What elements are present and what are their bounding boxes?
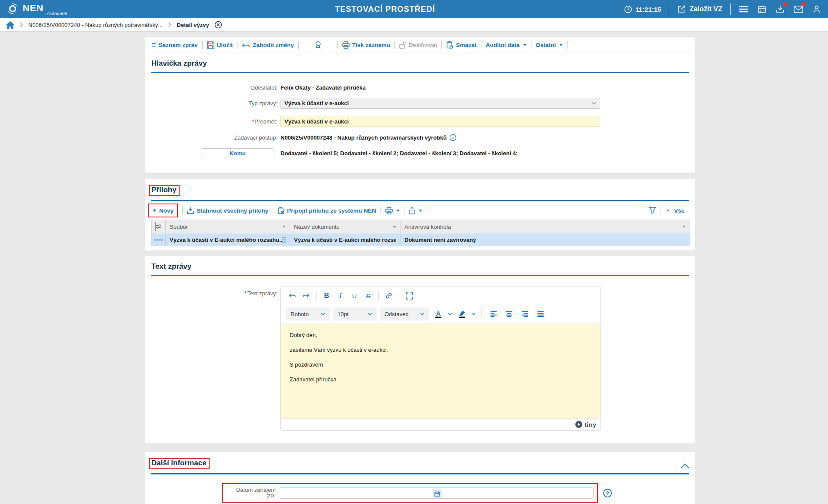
editor-paragraph: S pozdravem <box>290 361 592 368</box>
chevron-down-icon[interactable] <box>471 313 476 315</box>
create-vz-button[interactable]: Založit VZ <box>677 5 722 13</box>
download-tray-icon <box>776 5 785 13</box>
divider <box>404 207 404 214</box>
divider <box>381 207 381 214</box>
print-record-button[interactable]: Tisk záznamu <box>342 41 391 49</box>
delete-button[interactable]: Smazat <box>446 41 476 49</box>
rich-text-editor[interactable]: B I U S Roboto <box>280 287 601 431</box>
align-left-icon[interactable] <box>487 308 500 320</box>
topbar: NEN Zadavatel TESTOVACÍ PROSTŘEDÍ 11:21:… <box>0 0 828 18</box>
align-right-icon[interactable] <box>519 308 531 320</box>
tiny-logo-icon <box>575 421 582 428</box>
recipients-value: Dodavatel - školení 5; Dodavatel - škole… <box>280 150 518 157</box>
filter-chevron-icon[interactable] <box>682 226 686 228</box>
tiny-brand-label[interactable]: tiny <box>584 421 596 428</box>
divider <box>481 310 482 318</box>
filter-icon[interactable] <box>649 207 656 214</box>
print-attachments-button[interactable] <box>385 207 400 214</box>
message-type-select[interactable]: Výzva k účasti v e-aukci <box>280 98 600 109</box>
compose-icon <box>677 5 686 13</box>
nen-logo[interactable]: NEN Zadavatel <box>6 2 67 16</box>
attachment-name-cell[interactable]: Výzva k účasti v E-aukci malého rozsa... <box>290 234 401 246</box>
nen-logo-icon <box>6 2 19 15</box>
block-format-select[interactable]: Odstavec <box>380 307 429 320</box>
text-color-button[interactable]: A <box>432 308 444 320</box>
align-justify-icon[interactable] <box>534 308 547 320</box>
start-date-input[interactable] <box>279 487 594 499</box>
messages-button[interactable] <box>793 4 804 14</box>
help-icon[interactable]: ? <box>603 489 612 497</box>
column-header-file[interactable]: Soubor <box>166 220 290 233</box>
column-header-antivirus[interactable]: Antivirová kontrola <box>401 220 690 233</box>
other-menu[interactable]: Ostatní <box>536 42 563 48</box>
start-date-label: Datum zahájení ZP: <box>227 487 279 500</box>
environment-title: TESTOVACÍ PROSTŘEDÍ <box>335 5 435 14</box>
attachment-row[interactable]: Výzva k účasti v E-aukci malého rozsahu.… <box>152 233 690 246</box>
filter-chevron-icon[interactable] <box>282 226 286 228</box>
attachments-table-header: Soubor Název dokumentu Antivirová kontro… <box>152 220 690 233</box>
font-family-select[interactable]: Roboto <box>286 307 330 320</box>
fullscreen-icon[interactable] <box>403 290 415 302</box>
bold-icon[interactable]: B <box>321 290 333 302</box>
field-message-type: Typ zprávy: Výzva k účasti v e-aukci <box>151 98 689 109</box>
info-icon[interactable] <box>449 134 457 141</box>
divider <box>182 207 183 214</box>
export-attachments-button[interactable] <box>409 207 422 214</box>
field-start-date: Datum zahájení ZP: ? <box>151 474 689 504</box>
downloads-button[interactable] <box>775 4 785 14</box>
collapse-chevron-up-icon[interactable] <box>681 464 689 468</box>
brand-name: NEN <box>23 4 43 13</box>
breadcrumb-procedure[interactable]: N006/25/V00007248 - Nákup různých potrav… <box>28 22 163 28</box>
chevron-down-icon <box>368 313 372 315</box>
highlight-color-button[interactable] <box>456 308 468 320</box>
recipients-button[interactable]: Komu <box>201 148 274 158</box>
attachment-file-cell[interactable]: Výzva k účasti v E-aukci malého rozsahu.… <box>166 234 290 246</box>
editor-toolbar-row1: B I U S <box>281 287 601 304</box>
italic-icon[interactable]: I <box>334 290 347 302</box>
underline-icon[interactable]: U <box>348 290 361 302</box>
show-all-filter[interactable]: Vše <box>665 207 684 214</box>
redo-icon[interactable] <box>300 290 312 302</box>
section-title-additional-info: Další informace <box>149 458 210 469</box>
home-icon[interactable] <box>6 21 14 29</box>
discard-changes-button[interactable]: Zahodit změny <box>242 42 294 48</box>
clock-icon <box>624 5 632 13</box>
editor-paragraph: zasíláme Vám výzvu k účasti v e-aukci. <box>290 347 592 353</box>
row-menu-icon[interactable] <box>154 239 163 241</box>
font-size-select[interactable]: 10pt <box>333 307 377 320</box>
audit-data-menu[interactable]: Auditní data <box>486 42 527 48</box>
download-all-attachments-button[interactable]: Stáhnout všechny přílohy <box>187 207 268 214</box>
attachments-toolbar: + Nový Stáhnout všechny přílohy Připojit… <box>151 201 689 220</box>
subject-input[interactable] <box>280 116 600 127</box>
chevron-down-icon <box>559 44 563 46</box>
editor-paragraph: Dobrý den, <box>290 332 592 338</box>
new-attachment-button[interactable]: + Nový <box>152 206 174 215</box>
plus-icon: + <box>152 206 157 215</box>
align-center-icon[interactable] <box>503 308 515 320</box>
attach-from-nen-button[interactable]: Připojit přílohu ze systému NEN <box>277 207 376 214</box>
main-menu-button[interactable] <box>738 4 749 14</box>
message-list-button[interactable]: ≡ Seznam zpráv <box>151 42 198 48</box>
close-tab-icon[interactable] <box>214 21 222 29</box>
calendar-button[interactable] <box>757 4 767 14</box>
chevron-down-icon[interactable] <box>448 313 452 315</box>
divider <box>316 291 317 300</box>
message-header-card: ≡ Seznam zpráv Uložit Zahodit změny Tisk… <box>145 37 696 174</box>
editor-statusbar: tiny <box>281 418 601 430</box>
download-icon <box>187 207 194 214</box>
chevron-down-icon <box>419 210 422 212</box>
filter-chevron-icon[interactable] <box>393 226 396 228</box>
column-settings-button[interactable] <box>155 222 162 231</box>
undo-icon[interactable] <box>286 290 298 302</box>
editor-content[interactable]: Dobrý den, zasíláme Vám výzvu k účasti v… <box>281 324 601 418</box>
save-button[interactable]: Uložit <box>207 41 233 49</box>
column-header-document-name[interactable]: Název dokumentu <box>290 220 401 233</box>
drag-handle-icon[interactable] <box>282 237 286 243</box>
divider <box>202 41 203 49</box>
list-icon: ≡ <box>151 42 156 47</box>
link-icon[interactable] <box>383 290 395 302</box>
user-profile-button[interactable] <box>811 4 822 14</box>
calendar-picker-icon[interactable] <box>433 489 442 498</box>
strikethrough-icon[interactable]: S <box>362 290 374 302</box>
notification-ribbon-button[interactable] <box>314 41 322 49</box>
